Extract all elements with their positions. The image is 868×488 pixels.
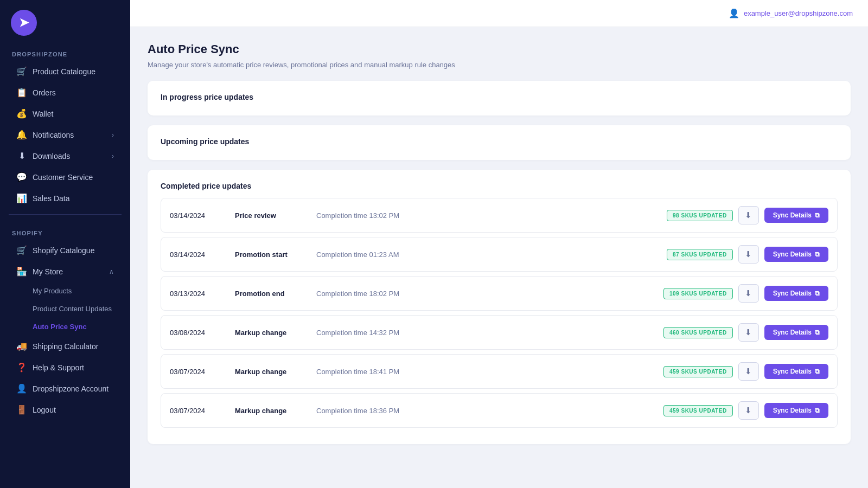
sidebar-item-label: Dropshipzone Account <box>33 384 108 393</box>
sidebar-item-shopify-catalogue[interactable]: 🛒 Shopify Catalogue <box>4 240 126 260</box>
download-button[interactable]: ⬇ <box>738 362 759 381</box>
download-button[interactable]: ⬇ <box>738 323 759 342</box>
sidebar-sub-item-label: Auto Price Sync <box>33 323 87 331</box>
customer-service-icon: 💬 <box>16 172 27 182</box>
chevron-down-icon: ∧ <box>109 268 114 275</box>
row-date: 03/08/2024 <box>170 329 229 337</box>
sidebar-sub-item-product-content-updates[interactable]: Product Content Updates <box>4 300 126 317</box>
copy-icon: ⧉ <box>815 290 820 297</box>
completed-card: Completed price updates 03/14/2024 Price… <box>148 170 851 444</box>
sidebar-item-label: My Store <box>33 267 63 276</box>
sidebar-section-dropshipzone: DROPSHIPZONE <box>0 41 130 61</box>
sidebar-item-logout[interactable]: 🚪 Logout <box>4 400 126 420</box>
sidebar-item-label: Shopify Catalogue <box>33 246 94 255</box>
sidebar-item-customer-service[interactable]: 💬 Customer Service <box>4 167 126 187</box>
sidebar-item-label: Customer Service <box>33 173 93 182</box>
orders-icon: 📋 <box>16 87 27 98</box>
sidebar-item-label: Wallet <box>33 110 53 118</box>
brand-logo-icon: ➤ <box>11 10 37 36</box>
row-completion: Completion time 14:32 PM <box>316 329 658 337</box>
sales-data-icon: 📊 <box>16 193 27 203</box>
sidebar-item-sales-data[interactable]: 📊 Sales Data <box>4 188 126 208</box>
sync-details-button[interactable]: Sync Details ⧉ <box>764 247 828 262</box>
wallet-icon: 💰 <box>16 108 27 119</box>
upcoming-title: Upcoming price updates <box>161 137 838 146</box>
download-button[interactable]: ⬇ <box>738 206 759 224</box>
in-progress-card: In progress price updates <box>148 81 851 115</box>
sidebar-sub-item-my-products[interactable]: My Products <box>4 282 126 299</box>
chevron-right-icon: › <box>112 152 114 160</box>
sidebar-logo: ➤ <box>0 0 130 41</box>
row-type: Price review <box>235 211 311 220</box>
row-date: 03/13/2024 <box>170 290 229 298</box>
shopify-catalogue-icon: 🛒 <box>16 245 27 255</box>
row-badge: 87 SKUS UPDATED <box>667 249 733 260</box>
sidebar-sub-item-auto-price-sync[interactable]: Auto Price Sync <box>4 318 126 335</box>
completed-rows-container: 03/14/2024 Price review Completion time … <box>161 198 838 428</box>
row-type: Markup change <box>235 329 311 337</box>
sidebar-item-orders[interactable]: 📋 Orders <box>4 82 126 102</box>
row-type: Promotion start <box>235 251 311 259</box>
copy-icon: ⧉ <box>815 251 820 258</box>
download-button[interactable]: ⬇ <box>738 284 759 303</box>
row-date: 03/07/2024 <box>170 368 229 376</box>
upcoming-card: Upcoming price updates <box>148 125 851 160</box>
sidebar-item-product-catalogue[interactable]: 🛒 Product Catalogue <box>4 61 126 81</box>
sidebar-item-help-support[interactable]: ❓ Help & Support <box>4 357 126 377</box>
main-content: Auto Price Sync Manage your store's auto… <box>130 27 868 488</box>
row-badge: 98 SKUS UPDATED <box>667 210 733 221</box>
sidebar-item-notifications[interactable]: 🔔 Notifications › <box>4 125 126 145</box>
help-support-icon: ❓ <box>16 362 27 373</box>
notifications-icon: 🔔 <box>16 130 27 140</box>
copy-icon: ⧉ <box>815 368 820 375</box>
sidebar-item-label: Notifications <box>33 131 74 139</box>
sidebar-item-downloads[interactable]: ⬇ Downloads › <box>4 146 126 166</box>
table-row: 03/14/2024 Price review Completion time … <box>161 198 838 233</box>
sidebar-item-label: Downloads <box>33 152 70 160</box>
row-date: 03/14/2024 <box>170 251 229 259</box>
sidebar-sub-item-label: Product Content Updates <box>33 305 112 313</box>
row-badge: 460 SKUS UPDATED <box>663 327 733 338</box>
page-subtitle: Manage your store's automatic price revi… <box>148 61 851 69</box>
sidebar-item-label: Logout <box>33 406 56 414</box>
table-row: 03/08/2024 Markup change Completion time… <box>161 315 838 350</box>
table-row: 03/13/2024 Promotion end Completion time… <box>161 276 838 311</box>
row-date: 03/07/2024 <box>170 407 229 415</box>
row-type: Promotion end <box>235 290 311 298</box>
sidebar-item-my-store[interactable]: 🏪 My Store ∧ <box>4 261 126 281</box>
table-row: 03/14/2024 Promotion start Completion ti… <box>161 237 838 272</box>
sidebar-item-shipping-calculator[interactable]: 🚚 Shipping Calculator <box>4 336 126 356</box>
row-date: 03/14/2024 <box>170 211 229 220</box>
user-avatar-icon: 👤 <box>729 8 739 18</box>
user-email: example_user@dropshipzone.com <box>744 9 853 17</box>
table-row: 03/07/2024 Markup change Completion time… <box>161 354 838 389</box>
row-completion: Completion time 18:02 PM <box>316 290 658 298</box>
shipping-calculator-icon: 🚚 <box>16 341 27 351</box>
sidebar-item-wallet[interactable]: 💰 Wallet <box>4 104 126 124</box>
row-completion: Completion time 18:36 PM <box>316 407 658 415</box>
downloads-icon: ⬇ <box>16 151 27 161</box>
sidebar-item-dropshipzone-account[interactable]: 👤 Dropshipzone Account <box>4 378 126 399</box>
sidebar: ➤ DROPSHIPZONE 🛒 Product Catalogue 📋 Ord… <box>0 0 130 488</box>
row-completion: Completion time 13:02 PM <box>316 211 661 220</box>
copy-icon: ⧉ <box>815 407 820 414</box>
download-button[interactable]: ⬇ <box>738 245 759 264</box>
in-progress-title: In progress price updates <box>161 93 838 101</box>
sidebar-divider <box>9 214 122 215</box>
completed-title: Completed price updates <box>161 182 838 190</box>
row-badge: 459 SKUS UPDATED <box>663 405 733 416</box>
download-button[interactable]: ⬇ <box>738 401 759 420</box>
sync-details-button[interactable]: Sync Details ⧉ <box>764 325 828 340</box>
sync-details-button[interactable]: Sync Details ⧉ <box>764 208 828 223</box>
main-area: 👤 example_user@dropshipzone.com Auto Pri… <box>130 0 868 488</box>
sync-details-button[interactable]: Sync Details ⧉ <box>764 364 828 379</box>
copy-icon: ⧉ <box>815 329 820 336</box>
sidebar-sub-item-label: My Products <box>33 287 72 295</box>
row-type: Markup change <box>235 368 311 376</box>
chevron-right-icon: › <box>112 131 114 139</box>
product-catalogue-icon: 🛒 <box>16 66 27 76</box>
row-completion: Completion time 18:41 PM <box>316 368 658 376</box>
sync-details-button[interactable]: Sync Details ⧉ <box>764 286 828 301</box>
user-info: 👤 example_user@dropshipzone.com <box>729 8 853 18</box>
sync-details-button[interactable]: Sync Details ⧉ <box>764 403 828 418</box>
